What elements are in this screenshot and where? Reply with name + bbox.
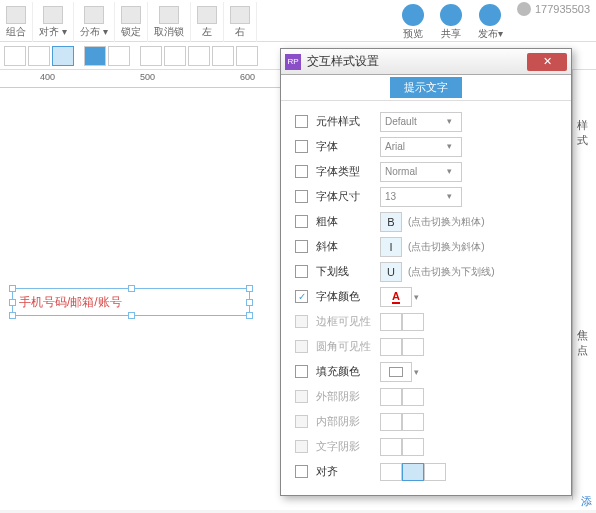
oshad-checkbox[interactable] xyxy=(295,390,308,403)
panel-label-style[interactable]: 样式 xyxy=(573,70,596,148)
fill-dd-btn[interactable] xyxy=(108,46,130,66)
italic-toggle[interactable]: I xyxy=(380,237,402,257)
align-center-btn[interactable] xyxy=(28,46,50,66)
dialog-title: 交互样式设置 xyxy=(307,53,527,70)
prop-under: 下划线U(点击切换为下划线) xyxy=(281,259,571,284)
toolbar-icon xyxy=(440,4,462,26)
prop-oshad: 外部阴影 xyxy=(281,384,571,409)
cvis-checkbox[interactable] xyxy=(295,340,308,353)
font-select[interactable]: Arial▾ xyxy=(380,137,462,157)
border-btn[interactable] xyxy=(140,46,162,66)
property-list: 元件样式Default▾字体Arial▾字体类型Normal▾字体尺寸13▾粗体… xyxy=(281,101,571,495)
font-label: 字体 xyxy=(316,139,380,154)
ftype-select[interactable]: Normal▾ xyxy=(380,162,462,182)
prop-fill: 填充颜色▾ xyxy=(281,359,571,384)
prop-font: 字体Arial▾ xyxy=(281,134,571,159)
add-link[interactable]: 添 xyxy=(581,494,592,509)
main-toolbar: 组合对齐 ▾分布 ▾锁定取消锁左右 预览共享发布▾ 177935503 xyxy=(0,0,596,42)
fcolor-checkbox[interactable]: ✓ xyxy=(295,290,308,303)
ftype-checkbox[interactable] xyxy=(295,165,308,178)
tshad-segment xyxy=(380,438,424,456)
fsize-checkbox[interactable] xyxy=(295,190,308,203)
align-checkbox[interactable] xyxy=(295,465,308,478)
dialog-titlebar[interactable]: RP 交互样式设置 ✕ xyxy=(281,49,571,75)
toolbar-icon xyxy=(84,6,104,24)
style-checkbox[interactable] xyxy=(295,115,308,128)
bvis-label: 边框可见性 xyxy=(316,314,380,329)
resize-handle[interactable] xyxy=(9,299,16,306)
toolbar-共享[interactable]: 共享 xyxy=(432,2,470,43)
tshad-checkbox[interactable] xyxy=(295,440,308,453)
toolbar-icon xyxy=(230,6,250,24)
toolbar-左[interactable]: 左 xyxy=(191,2,224,42)
chevron-down-icon[interactable]: ▾ xyxy=(414,367,419,377)
placeholder-text: 手机号码/邮箱/账号 xyxy=(19,294,122,311)
bold-toggle[interactable]: B xyxy=(380,212,402,232)
resize-handle[interactable] xyxy=(128,312,135,319)
prop-style: 元件样式Default▾ xyxy=(281,109,571,134)
fill-color-btn[interactable] xyxy=(84,46,106,66)
resize-handle[interactable] xyxy=(9,312,16,319)
user-account[interactable]: 177935503 xyxy=(511,2,596,16)
close-icon[interactable]: ✕ xyxy=(527,53,567,71)
bold-label: 粗体 xyxy=(316,214,380,229)
font-checkbox[interactable] xyxy=(295,140,308,153)
user-icon xyxy=(517,2,531,16)
toolbar-右[interactable]: 右 xyxy=(224,2,257,42)
fsize-label: 字体尺寸 xyxy=(316,189,380,204)
user-id: 177935503 xyxy=(535,3,590,15)
prop-italic: 斜体I(点击切换为斜体) xyxy=(281,234,571,259)
under-toggle[interactable]: U xyxy=(380,262,402,282)
fsize-select[interactable]: 13▾ xyxy=(380,187,462,207)
resize-handle[interactable] xyxy=(246,285,253,292)
toolbar-预览[interactable]: 预览 xyxy=(394,2,432,43)
ishad-segment xyxy=(380,413,424,431)
tab-hint-text[interactable]: 提示文字 xyxy=(390,77,462,98)
toolbar-组合[interactable]: 组合 xyxy=(0,2,33,42)
oshad-segment xyxy=(380,388,424,406)
under-checkbox[interactable] xyxy=(295,265,308,278)
fill-color-button[interactable] xyxy=(380,362,412,382)
italic-checkbox[interactable] xyxy=(295,240,308,253)
resize-handle[interactable] xyxy=(9,285,16,292)
toolbar-对齐 ▾[interactable]: 对齐 ▾ xyxy=(33,2,74,42)
ftype-label: 字体类型 xyxy=(316,164,380,179)
toolbar-icon xyxy=(6,6,26,24)
interaction-style-dialog: RP 交互样式设置 ✕ 提示文字 元件样式Default▾字体Arial▾字体类… xyxy=(280,48,572,496)
oshad-label: 外部阴影 xyxy=(316,389,380,404)
prop-bold: 粗体B(点击切换为粗体) xyxy=(281,209,571,234)
border4-btn[interactable] xyxy=(212,46,234,66)
prop-ftype: 字体类型Normal▾ xyxy=(281,159,571,184)
fill-label: 填充颜色 xyxy=(316,364,380,379)
border5-btn[interactable] xyxy=(236,46,258,66)
toolbar-锁定[interactable]: 锁定 xyxy=(115,2,148,42)
border2-btn[interactable] xyxy=(164,46,186,66)
border3-btn[interactable] xyxy=(188,46,210,66)
resize-handle[interactable] xyxy=(128,285,135,292)
prop-align: 对齐 xyxy=(281,459,571,484)
font-color-button[interactable]: A xyxy=(380,287,412,307)
app-icon: RP xyxy=(285,54,301,70)
resize-handle[interactable] xyxy=(246,299,253,306)
bvis-checkbox[interactable] xyxy=(295,315,308,328)
panel-label-focus[interactable]: 焦点 xyxy=(573,148,596,358)
chevron-down-icon[interactable]: ▾ xyxy=(414,292,419,302)
chevron-down-icon: ▾ xyxy=(447,141,459,153)
dialog-tabs: 提示文字 xyxy=(281,75,571,101)
toolbar-icon xyxy=(121,6,141,24)
style-select[interactable]: Default▾ xyxy=(380,112,462,132)
align-left-btn[interactable] xyxy=(4,46,26,66)
align-right-btn[interactable] xyxy=(52,46,74,66)
ishad-checkbox[interactable] xyxy=(295,415,308,428)
align-segment[interactable] xyxy=(380,463,446,481)
toolbar-icon xyxy=(159,6,179,24)
resize-handle[interactable] xyxy=(246,312,253,319)
selected-textfield[interactable]: 手机号码/邮箱/账号 xyxy=(12,288,250,316)
bold-checkbox[interactable] xyxy=(295,215,308,228)
tshad-label: 文字阴影 xyxy=(316,439,380,454)
toolbar-icon xyxy=(197,6,217,24)
toolbar-发布▾[interactable]: 发布▾ xyxy=(470,2,511,43)
fill-checkbox[interactable] xyxy=(295,365,308,378)
toolbar-分布 ▾[interactable]: 分布 ▾ xyxy=(74,2,115,42)
toolbar-取消锁[interactable]: 取消锁 xyxy=(148,2,191,42)
